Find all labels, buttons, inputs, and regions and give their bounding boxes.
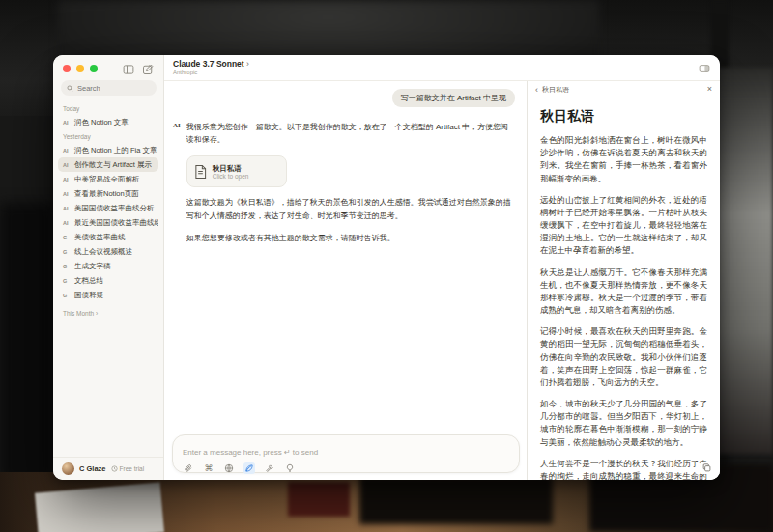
copy-artifact-icon[interactable] xyxy=(701,462,713,474)
artifact-paragraph: 秋天总是让人感慨万千。它不像春天那样充满生机，也不像夏天那样热情奔放，更不像冬天… xyxy=(540,266,707,318)
claude-logo-icon: AI xyxy=(173,121,181,244)
search-input[interactable] xyxy=(77,84,145,93)
background-desk-items xyxy=(359,476,553,524)
assistant-paragraph: 如果您想要修改或者有其他主题的散文需求，请随时告诉我。 xyxy=(186,232,513,245)
minimize-window-button[interactable] xyxy=(76,65,84,72)
artifact-panel: ‹ 秋日私语 × 秋日私语 金色的阳光斜斜地洒在窗台上，树叶在微风中沙沙作响，仿… xyxy=(527,81,720,480)
background-notebook xyxy=(35,482,164,532)
claude-chat-icon: AI xyxy=(63,162,71,168)
assistant-paragraph: 这篇散文题为《秋日私语》，描绘了秋天的景色和引发的人生感悟。我尝试通过对自然景象… xyxy=(186,196,513,222)
claude-chat-icon: AI xyxy=(63,206,71,211)
claude-chat-icon: AI xyxy=(63,191,71,197)
artifact-card-title: 秋日私语 xyxy=(213,164,249,174)
artifact-paragraph: 如今，城市的秋天少了几分田园的气息，多了几分都市的喧嚣。但当夕阳西下，华灯初上，… xyxy=(540,398,707,449)
sidebar-item-chat[interactable]: G美债收益率曲线 xyxy=(58,230,158,244)
g-chat-icon: G xyxy=(63,278,71,284)
tools-icon[interactable] xyxy=(264,462,275,474)
claude-chat-icon: AI xyxy=(63,120,71,126)
sidebar-item-chat-selected[interactable]: AI创作散文与 Artifact 展示 xyxy=(58,157,158,172)
claude-app-window: Today AI润色 Notion 文章 Yesterday AI润色 Noti… xyxy=(53,55,720,480)
g-chat-icon: G xyxy=(63,249,71,255)
background-person-silhouette xyxy=(0,203,56,483)
search-icon xyxy=(67,85,73,92)
section-label-today: Today xyxy=(58,101,158,115)
g-chat-icon: G xyxy=(63,235,71,240)
style-icon[interactable] xyxy=(243,462,255,474)
command-shortcuts-icon[interactable]: ⌘ xyxy=(203,462,215,474)
section-label-this-month[interactable]: This Month › xyxy=(58,302,158,317)
zoom-window-button[interactable] xyxy=(90,65,98,72)
chat-header: Claude 3.7 Sonnet › Anthropic xyxy=(164,55,720,81)
g-chat-icon: G xyxy=(63,264,71,269)
artifact-content: 秋日私语 金色的阳光斜斜地洒在窗台上，树叶在微风中沙沙作响，仿佛在诉说着夏天的离… xyxy=(528,98,720,480)
artifact-title: 秋日私语 xyxy=(540,108,707,126)
claude-chat-icon: AI xyxy=(63,177,71,182)
plan-badge: Free trial xyxy=(111,465,145,472)
artifact-card-subtitle: Click to open xyxy=(213,173,249,180)
artifact-panel-header: ‹ 秋日私语 × xyxy=(528,81,720,98)
document-icon xyxy=(194,164,207,180)
g-chat-icon: G xyxy=(63,293,71,298)
toggle-sidebar-icon[interactable] xyxy=(123,62,134,79)
background-desk xyxy=(0,472,773,532)
new-chat-icon[interactable] xyxy=(142,62,154,79)
user-account-row[interactable]: C Glaze Free trial xyxy=(53,457,163,480)
background-desk-item xyxy=(288,482,350,517)
artifact-paragraph: 远处的山峦披上了红黄相间的外衣，近处的梧桐树叶子已经开始零星飘落。一片枯叶从枝头… xyxy=(540,194,707,258)
sidebar-item-chat[interactable]: AI美国国债收益率曲线分析 xyxy=(58,201,158,215)
web-search-icon[interactable] xyxy=(223,462,235,474)
sidebar-item-chat[interactable]: AI润色 Notion 上的 Fia 文章 xyxy=(58,143,158,157)
chat-history-list: Today AI润色 Notion 文章 Yesterday AI润色 Noti… xyxy=(58,101,158,317)
trial-icon xyxy=(111,465,118,472)
assistant-intro-text: 我很乐意为您创作一篇散文。以下是我创作的散文，放在了一个文档型的 Artifac… xyxy=(186,121,513,146)
artifact-paragraph: 金色的阳光斜斜地洒在窗台上，树叶在微风中沙沙作响，仿佛在诉说着夏天的离去和秋天的… xyxy=(540,134,707,185)
conversation: 写一篇散文并在 Artifact 中呈现 AI 我很乐意为您创作一篇散文。以下是… xyxy=(164,81,527,480)
message-composer[interactable]: ⌘ xyxy=(172,434,520,473)
composer-toolbar: ⌘ xyxy=(183,462,509,474)
sidebar-item-chat[interactable]: AI润色 Notion 文章 xyxy=(58,115,158,129)
user-message-bubble: 写一篇散文并在 Artifact 中呈现 xyxy=(392,89,515,107)
chevron-right-icon: › xyxy=(246,59,249,69)
artifact-paragraph: 记得小时候，最喜欢在秋天的田野里奔跑。金黄的稻田一望无际，沉甸甸的稻穗低垂着头，… xyxy=(540,325,707,389)
model-selector[interactable]: Claude 3.7 Sonnet › xyxy=(173,60,249,70)
claude-chat-icon: AI xyxy=(63,148,71,154)
sidebar-item-chat[interactable]: AI中美贸易战全面解析 xyxy=(58,172,158,186)
artifact-breadcrumb[interactable]: 秋日私语 xyxy=(542,85,569,95)
sidebar: Today AI润色 Notion 文章 Yesterday AI润色 Noti… xyxy=(53,55,164,480)
sidebar-item-chat[interactable]: AI查看最新Notion页面 xyxy=(58,186,158,201)
attach-icon[interactable] xyxy=(183,462,194,474)
back-chevron-icon[interactable]: ‹ xyxy=(535,85,538,95)
artifact-paragraph: 人生何尝不是一个漫长的秋天？我们经历了青春的绚烂，走向成熟的稳重，最终迎来生命的… xyxy=(540,458,707,480)
close-panel-icon[interactable]: × xyxy=(707,85,712,94)
toggle-artifact-panel-icon[interactable] xyxy=(699,60,710,77)
window-controls xyxy=(63,65,98,72)
user-name: C Glaze xyxy=(79,464,106,473)
message-input[interactable] xyxy=(183,448,509,457)
sidebar-item-chat[interactable]: G线上会议视频概述 xyxy=(58,244,158,259)
section-label-yesterday: Yesterday xyxy=(58,129,158,143)
artifact-card[interactable]: 秋日私语 Click to open xyxy=(186,155,287,187)
background-window-light xyxy=(717,68,773,454)
ideas-icon[interactable] xyxy=(284,462,296,474)
sidebar-item-chat[interactable]: AI最近美国国债收益率曲线给... xyxy=(58,215,158,230)
sidebar-item-chat[interactable]: G国债释疑 xyxy=(58,288,158,302)
sidebar-item-chat[interactable]: G文档总结 xyxy=(58,273,158,288)
close-window-button[interactable] xyxy=(63,65,71,72)
sidebar-item-chat[interactable]: G生成文字稿 xyxy=(58,259,158,273)
claude-chat-icon: AI xyxy=(63,220,71,226)
main-area: Claude 3.7 Sonnet › Anthropic 写一篇散文并在 Ar… xyxy=(164,55,720,480)
provider-label: Anthropic xyxy=(173,70,249,76)
search-box[interactable] xyxy=(61,80,157,96)
assistant-message: AI 我很乐意为您创作一篇散文。以下是我创作的散文，放在了一个文档型的 Arti… xyxy=(164,107,527,244)
avatar xyxy=(62,462,74,475)
